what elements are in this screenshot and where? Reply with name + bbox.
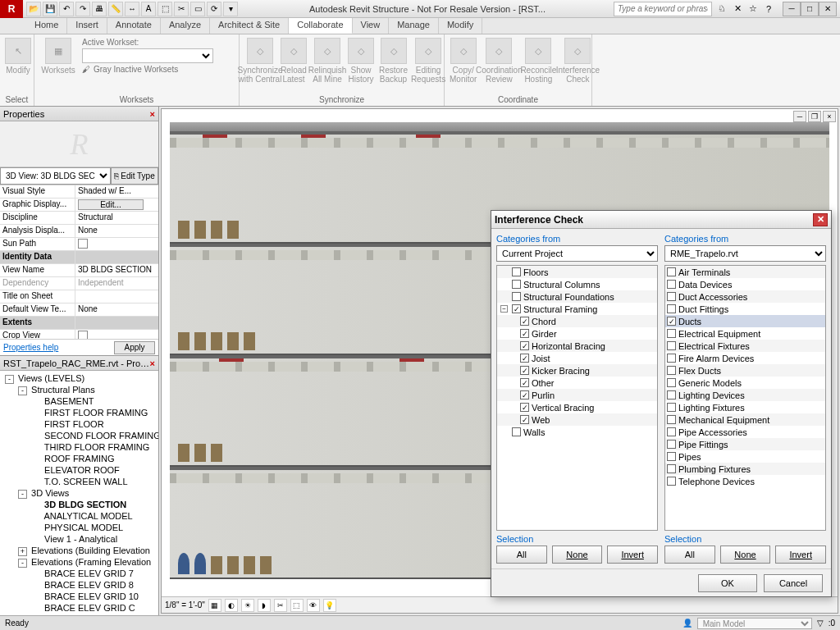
category-checkbox[interactable]: [667, 440, 676, 449]
tab-architectsite[interactable]: Architect & Site: [210, 18, 289, 34]
tree-node[interactable]: BRACE ELEV GRID 7: [2, 568, 157, 579]
category-item[interactable]: Duct Fittings: [665, 303, 825, 315]
category-item[interactable]: Walls: [497, 426, 657, 438]
close-button[interactable]: ✕: [819, 2, 837, 16]
category-item[interactable]: ✓Other: [497, 377, 657, 389]
right-all-button[interactable]: All: [664, 546, 715, 564]
reload-latest-button[interactable]: ◇Reload Latest: [281, 38, 307, 84]
category-item[interactable]: ✓Girder: [497, 327, 657, 340]
crop-icon[interactable]: ✂: [274, 599, 287, 612]
category-item[interactable]: ✓Joist: [497, 352, 657, 364]
detail-level-icon[interactable]: ▦: [208, 599, 221, 612]
category-item[interactable]: ✓Web: [497, 413, 657, 426]
undo-icon[interactable]: ↶: [59, 2, 74, 16]
tree-node[interactable]: ANALYTICAL MODEL: [2, 510, 157, 522]
synchronize-with-central-button[interactable]: ◇Synchronize with Central: [244, 38, 276, 84]
tree-node[interactable]: SECOND FLOOR FRAMING: [2, 430, 157, 441]
tree-node[interactable]: FIRST FLOOR: [2, 418, 157, 430]
checkbox[interactable]: [78, 239, 88, 249]
coordination-review-button[interactable]: ◇Coordination Review: [482, 38, 516, 84]
property-row[interactable]: Analysis Displa...None: [0, 225, 158, 238]
tab-home[interactable]: Home: [26, 18, 67, 34]
tree-node[interactable]: BASEMENT: [2, 395, 157, 407]
tree-node[interactable]: THIRD FLOOR FRAMING: [2, 441, 157, 453]
category-item[interactable]: ✓Kicker Bracing: [497, 364, 657, 377]
category-item[interactable]: Data Devices: [665, 278, 825, 290]
reveal-hidden-icon[interactable]: 💡: [323, 599, 336, 612]
category-checkbox[interactable]: ✓: [520, 378, 529, 387]
text-icon[interactable]: A: [141, 2, 156, 16]
mdi-minimize-icon[interactable]: ─: [793, 111, 806, 122]
category-item[interactable]: Mechanical Equipment: [665, 413, 825, 426]
workset-status-dropdown[interactable]: Main Model: [697, 618, 812, 629]
category-item[interactable]: −✓Structural Framing: [497, 303, 657, 315]
category-checkbox[interactable]: ✓: [512, 304, 521, 313]
category-checkbox[interactable]: [512, 280, 521, 289]
tree-toggle-icon[interactable]: -: [5, 375, 14, 384]
tab-collaborate[interactable]: Collaborate: [289, 18, 352, 34]
property-row[interactable]: DependencyIndependent: [0, 277, 158, 290]
tab-view[interactable]: View: [353, 18, 390, 34]
app-menu-icon[interactable]: R: [0, 0, 23, 18]
help-icon[interactable]: ?: [762, 2, 775, 16]
category-checkbox[interactable]: [667, 390, 676, 399]
collapse-icon[interactable]: −: [500, 305, 508, 313]
right-category-list[interactable]: Air TerminalsData DevicesDuct Accessorie…: [664, 265, 826, 531]
category-item[interactable]: Pipe Fittings: [665, 438, 825, 450]
dimension-icon[interactable]: ↔: [125, 2, 139, 16]
edit-type-button[interactable]: ⎘ Edit Type: [111, 167, 158, 185]
sun-path-icon[interactable]: ☀: [241, 599, 254, 612]
tab-analyze[interactable]: Analyze: [161, 18, 210, 34]
tree-node[interactable]: - Structural Plans: [2, 384, 157, 395]
category-checkbox[interactable]: [667, 452, 676, 461]
category-checkbox[interactable]: ✓: [520, 415, 529, 424]
apply-button[interactable]: Apply: [114, 341, 155, 354]
tree-node[interactable]: - 3D Views: [2, 487, 157, 499]
scale-display[interactable]: 1/8" = 1'-0": [165, 600, 205, 609]
ok-button[interactable]: OK: [698, 574, 757, 592]
reconcile-hosting-button[interactable]: ◇Reconcile Hosting: [521, 38, 555, 84]
properties-grid[interactable]: Visual StyleShaded w/ E...Graphic Displa…: [0, 185, 158, 339]
workset-status-icon[interactable]: 👤: [682, 619, 692, 628]
category-checkbox[interactable]: [667, 304, 676, 313]
shadows-icon[interactable]: ◗: [258, 599, 271, 612]
copy--monitor-button[interactable]: ◇Copy/ Monitor: [450, 38, 477, 84]
tree-toggle-icon[interactable]: -: [18, 386, 27, 395]
cancel-button[interactable]: Cancel: [764, 574, 823, 592]
category-item[interactable]: Lighting Fixtures: [665, 401, 825, 413]
dialog-titlebar[interactable]: Interference Check ✕: [491, 211, 831, 229]
category-checkbox[interactable]: [667, 341, 676, 350]
category-checkbox[interactable]: [667, 267, 676, 276]
redo-icon[interactable]: ↷: [75, 2, 90, 16]
tree-node[interactable]: View 1 - Analytical: [2, 533, 157, 545]
qat-dropdown-icon[interactable]: ▾: [223, 2, 238, 16]
tree-node[interactable]: - Views (LEVELS): [2, 372, 157, 384]
tree-node[interactable]: BRACE ELEV GRID C: [2, 602, 157, 614]
category-checkbox[interactable]: [667, 378, 676, 387]
category-item[interactable]: ✓Horizontal Bracing: [497, 340, 657, 352]
tree-node[interactable]: PHYSICAL MODEL: [2, 522, 157, 533]
mdi-restore-icon[interactable]: ❐: [808, 111, 821, 122]
category-checkbox[interactable]: [667, 403, 676, 412]
category-checkbox[interactable]: ✓: [520, 403, 529, 412]
crop-region-icon[interactable]: ⬚: [290, 599, 304, 612]
category-checkbox[interactable]: ✓: [520, 329, 529, 338]
tab-modify[interactable]: Modify: [439, 18, 482, 34]
category-checkbox[interactable]: ✓: [520, 354, 529, 363]
left-none-button[interactable]: None: [552, 546, 603, 564]
worksets-button[interactable]: ▦ Worksets: [39, 38, 77, 75]
category-checkbox[interactable]: [512, 427, 521, 436]
measure-icon[interactable]: 📏: [108, 2, 123, 16]
left-source-dropdown[interactable]: Current Project: [496, 245, 658, 262]
category-checkbox[interactable]: [667, 477, 676, 486]
subscription-icon[interactable]: ♘: [715, 2, 728, 16]
dialog-close-button[interactable]: ✕: [813, 213, 828, 226]
tree-node[interactable]: BRACE ELEV GRID 8: [2, 579, 157, 591]
print-icon[interactable]: 🖶: [92, 2, 107, 16]
category-item[interactable]: Lighting Devices: [665, 389, 825, 401]
category-checkbox[interactable]: [512, 292, 521, 301]
category-checkbox[interactable]: ✓: [520, 341, 529, 350]
editing-requests-button[interactable]: ◇Editing Requests: [413, 38, 444, 84]
category-item[interactable]: Electrical Equipment: [665, 327, 825, 340]
category-item[interactable]: Floors: [497, 266, 657, 278]
